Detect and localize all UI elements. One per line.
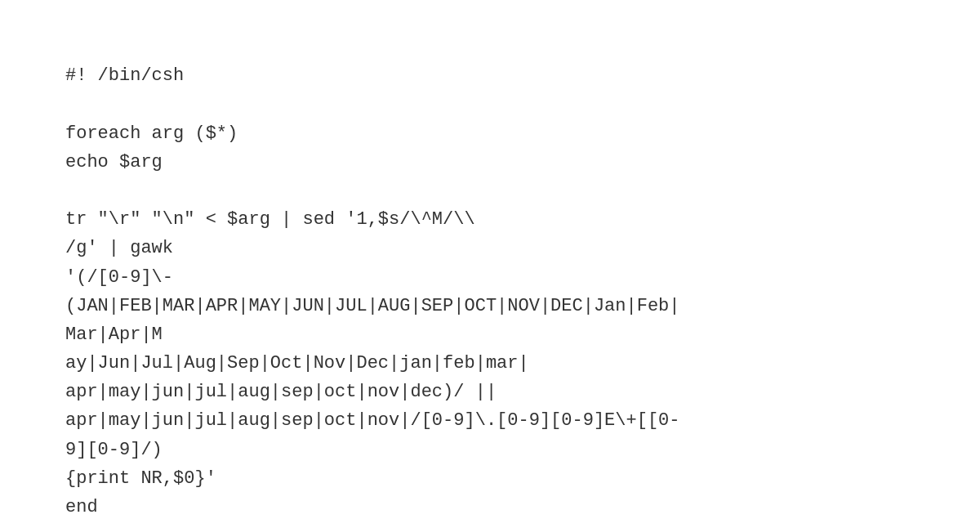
- code-line: /g' | gawk: [65, 234, 915, 262]
- code-line: Mar|Apr|M: [65, 320, 915, 349]
- code-line: end: [65, 493, 915, 519]
- code-line: foreach arg ($*): [65, 119, 915, 148]
- code-empty-line: [65, 90, 915, 119]
- code-line: tr "\r" "\n" < $arg | sed '1,$s/\^M/\\: [65, 205, 915, 234]
- code-line: 9][0-9]/): [65, 436, 915, 464]
- code-line: ay|Jun|Jul|Aug|Sep|Oct|Nov|Dec|jan|feb|m…: [65, 349, 915, 378]
- code-line: (JAN|FEB|MAR|APR|MAY|JUN|JUL|AUG|SEP|OCT…: [65, 292, 915, 320]
- code-empty-line: [65, 177, 915, 205]
- code-line: echo $arg: [65, 148, 915, 177]
- code-line: {print NR,$0}': [65, 464, 915, 493]
- code-line: '(/[0-9]\-: [65, 263, 915, 292]
- code-line: apr|may|jun|jul|aug|sep|oct|nov|dec)/ ||: [65, 378, 915, 406]
- code-line: apr|may|jun|jul|aug|sep|oct|nov|/[0-9]\.…: [65, 406, 915, 435]
- code-block: #! /bin/cshforeach arg ($*)echo $argtr "…: [0, 0, 980, 519]
- code-line: #! /bin/csh: [65, 61, 915, 90]
